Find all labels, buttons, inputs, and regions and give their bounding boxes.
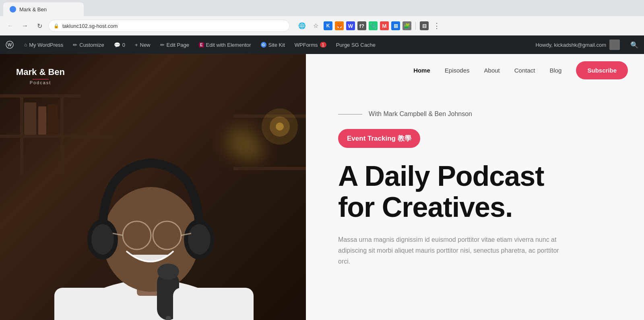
site-kit-label: Site Kit — [268, 42, 285, 48]
svg-rect-30 — [54, 288, 135, 320]
svg-point-20 — [188, 224, 211, 255]
edit-elementor-label: Edit with Elementor — [206, 42, 251, 48]
admin-search-icon[interactable]: 🔍 — [625, 35, 644, 54]
hero-content: With Mark Campbell & Ben Johnson Event T… — [306, 86, 644, 320]
event-badge[interactable]: Event Tracking 教學 — [338, 129, 420, 148]
svg-point-13 — [276, 123, 284, 131]
subscribe-button[interactable]: Subscribe — [576, 61, 628, 79]
hero-image-panel: Mark & Ben Podcast — [0, 54, 306, 320]
howdy-label: Howdy, kickadshk@gmail.com — [535, 42, 606, 48]
extension-sidebar-icon[interactable]: ⊟ — [420, 21, 429, 30]
purge-cache-label: Purge SG Cache — [336, 42, 376, 48]
browser-toolbar: ← → ↻ 🔒 taklunc102.sg-host.com 🌐 ☆ K 🦊 W… — [0, 16, 644, 35]
nav-about[interactable]: About — [484, 67, 500, 74]
headline-line2: for Creatives. — [338, 191, 512, 223]
hero-background: Mark & Ben Podcast — [0, 54, 306, 320]
svg-point-18 — [91, 224, 114, 255]
my-wordpress-item[interactable]: ⌂ My WordPress — [19, 35, 68, 54]
admin-bar-right: Howdy, kickadshk@gmail.com 🔍 — [530, 35, 644, 54]
comments-icon: 💬 — [114, 42, 120, 48]
new-label: New — [140, 42, 151, 48]
extension-wp-icon[interactable]: W — [346, 21, 355, 30]
my-wordpress-label: My WordPress — [29, 42, 63, 48]
comments-item[interactable]: 💬 0 — [109, 35, 130, 54]
svg-rect-7 — [38, 106, 46, 135]
svg-rect-3 — [0, 135, 113, 138]
separator — [415, 22, 416, 30]
user-avatar — [609, 39, 620, 50]
new-item[interactable]: + New — [130, 35, 155, 54]
plus-icon: + — [135, 42, 138, 48]
tagline-row: With Mark Campbell & Ben Johnson — [338, 110, 620, 118]
svg-rect-10 — [233, 167, 306, 170]
wpforms-label: WPForms — [295, 42, 318, 48]
wp-logo-item[interactable]: W — [0, 35, 19, 54]
svg-rect-2 — [0, 94, 80, 98]
address-bar[interactable]: 🔒 taklunc102.sg-host.com — [48, 20, 290, 32]
svg-rect-6 — [24, 102, 36, 135]
extension-fox-icon[interactable]: 🦊 — [335, 21, 344, 30]
edit-elementor-item[interactable]: E Edit with Elementor — [194, 35, 256, 54]
extension-tab-icon[interactable]: ⊞ — [391, 21, 400, 30]
nav-home[interactable]: Home — [413, 67, 430, 74]
tab-bar: Mark & Ben — [0, 0, 644, 16]
main-headline: A Daily Podcast for Creatives. — [338, 161, 620, 223]
nav-blog[interactable]: Blog — [549, 67, 561, 74]
wpforms-item[interactable]: WPForms 1 — [290, 35, 331, 54]
elementor-icon: E — [199, 42, 204, 48]
nav-contact[interactable]: Contact — [514, 67, 535, 74]
wordpress-icon: ⌂ — [24, 42, 27, 48]
site-logo: Mark & Ben Podcast — [16, 67, 65, 86]
site-kit-icon: G — [261, 42, 266, 48]
svg-rect-28 — [166, 316, 171, 320]
logo-line — [33, 79, 49, 79]
extension-puzzle-icon[interactable]: 🧩 — [402, 21, 411, 30]
svg-rect-4 — [20, 94, 23, 175]
logo-name: Mark & Ben — [16, 67, 65, 77]
translate-icon[interactable]: 🌐 — [296, 20, 308, 31]
url-text: taklunc102.sg-host.com — [62, 23, 118, 29]
extension-k-icon[interactable]: K — [324, 21, 332, 30]
active-tab[interactable]: Mark & Ben — [3, 2, 84, 16]
svg-point-27 — [157, 264, 179, 280]
purge-cache-item[interactable]: Purge SG Cache — [331, 35, 380, 54]
comments-count: 0 — [122, 42, 125, 48]
tab-favicon — [10, 6, 16, 12]
hero-person-svg — [0, 54, 306, 320]
lock-icon: 🔒 — [54, 23, 59, 29]
howdy-item[interactable]: Howdy, kickadshk@gmail.com — [530, 39, 625, 50]
site-kit-item[interactable]: G Site Kit — [256, 35, 290, 54]
extension-f-icon[interactable]: f? — [357, 21, 366, 30]
browser-icons-right: 🌐 ☆ K 🦊 W f? 📎 M ⊞ 🧩 ⊟ ⋮ — [296, 20, 442, 31]
edit-page-item[interactable]: ✏ Edit Page — [155, 35, 194, 54]
description-text: Massa urna magnis dignissim id euismod p… — [338, 234, 564, 267]
headline-line1: A Daily Podcast — [338, 160, 544, 192]
nav-episodes[interactable]: Episodes — [445, 67, 470, 74]
tagline-text: With Mark Campbell & Ben Johnson — [369, 110, 472, 118]
back-button[interactable]: ← — [5, 20, 16, 31]
forward-button[interactable]: → — [19, 20, 31, 31]
edit-page-label: Edit Page — [167, 42, 189, 48]
svg-rect-8 — [47, 104, 58, 135]
extension-clip-icon[interactable]: 📎 — [369, 21, 378, 30]
wpforms-badge: 1 — [320, 42, 326, 48]
browser-chrome: Mark & Ben ← → ↻ 🔒 taklunc102.sg-host.co… — [0, 0, 644, 35]
site-navigation: Home Episodes About Contact Blog Subscri… — [306, 54, 644, 86]
customize-icon: ✏ — [73, 42, 77, 48]
wp-logo-icon: W — [6, 41, 14, 49]
website-content: Mark & Ben Podcast Home Episodes About C… — [0, 54, 644, 320]
svg-text:W: W — [8, 42, 12, 47]
svg-rect-31 — [173, 288, 254, 320]
logo-subtitle: Podcast — [16, 80, 65, 85]
chrome-menu-icon[interactable]: ⋮ — [431, 20, 442, 31]
reload-button[interactable]: ↻ — [34, 20, 45, 31]
wp-admin-bar: W ⌂ My WordPress ✏ Customize 💬 0 + New ✏… — [0, 35, 644, 54]
customize-label: Customize — [79, 42, 104, 48]
svg-rect-5 — [60, 94, 64, 175]
star-icon[interactable]: ☆ — [310, 20, 321, 31]
edit-icon: ✏ — [160, 42, 165, 48]
right-panel: Home Episodes About Contact Blog Subscri… — [306, 54, 644, 320]
customize-item[interactable]: ✏ Customize — [68, 35, 109, 54]
tab-title: Mark & Ben — [19, 6, 47, 12]
extension-m-icon[interactable]: M — [380, 21, 389, 30]
